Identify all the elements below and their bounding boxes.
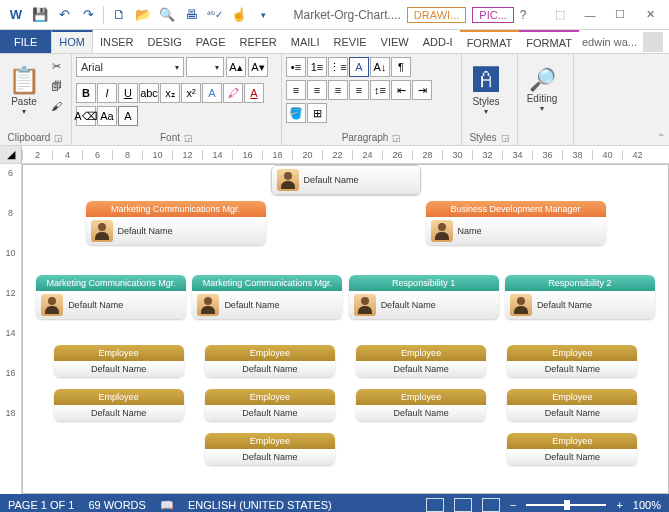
language-indicator[interactable]: ENGLISH (UNITED STATES) xyxy=(188,499,332,511)
sort-icon[interactable]: A↓ xyxy=(370,57,390,77)
format-painter-icon[interactable]: 🖌 xyxy=(47,97,65,115)
grow-font-icon[interactable]: A▴ xyxy=(226,57,246,77)
org-card-l3d[interactable]: Responsibility 2 Default Name xyxy=(505,275,655,319)
justify-icon[interactable]: ≡ xyxy=(349,80,369,100)
tab-design[interactable]: DESIG xyxy=(141,30,189,53)
org-card-emp[interactable]: EmployeeDefault Name xyxy=(54,389,184,421)
char-border-icon[interactable]: A xyxy=(118,106,138,126)
spell-check-icon[interactable]: 📖 xyxy=(160,499,174,512)
read-mode-icon[interactable] xyxy=(426,498,444,512)
decrease-indent-icon[interactable]: ⇤ xyxy=(391,80,411,100)
undo-icon[interactable]: ↶ xyxy=(52,3,76,27)
clear-format-icon[interactable]: A⌫ xyxy=(76,106,96,126)
page-indicator[interactable]: PAGE 1 OF 1 xyxy=(8,499,74,511)
cut-icon[interactable]: ✂ xyxy=(47,57,65,75)
paste-button[interactable]: 📋 Paste ▾ xyxy=(4,57,44,123)
tab-home[interactable]: HOM xyxy=(51,30,93,53)
change-case-icon[interactable]: Aa xyxy=(97,106,117,126)
user-avatar-icon[interactable] xyxy=(643,32,663,52)
increase-indent-icon[interactable]: ⇥ xyxy=(412,80,432,100)
save-icon[interactable]: 💾 xyxy=(28,3,52,27)
zoom-out-icon[interactable]: − xyxy=(510,499,516,511)
full-screen-icon[interactable]: ⬚ xyxy=(545,3,575,27)
minimize-icon[interactable]: — xyxy=(575,3,605,27)
org-card-l2b[interactable]: Business Development Manager Name xyxy=(426,201,606,245)
org-card-emp[interactable]: EmployeeDefault Name xyxy=(507,433,637,465)
font-color-icon[interactable]: A xyxy=(244,83,264,103)
org-card-top[interactable]: Default Name xyxy=(271,165,421,195)
multilevel-icon[interactable]: ⋮≡ xyxy=(328,57,348,77)
tab-addins[interactable]: ADD-I xyxy=(416,30,460,53)
tab-mailings[interactable]: MAILI xyxy=(284,30,327,53)
align-left-icon[interactable]: ≡ xyxy=(286,80,306,100)
org-card-emp[interactable]: EmployeeDefault Name xyxy=(205,433,335,465)
vertical-ruler[interactable]: 681012141618 xyxy=(0,164,22,494)
tab-insert[interactable]: INSER xyxy=(93,30,141,53)
org-card-emp[interactable]: EmployeeDefault Name xyxy=(356,345,486,377)
tab-picture-format[interactable]: FORMAT xyxy=(519,30,579,53)
org-card-l3a[interactable]: Marketing Communications Mgr. Default Na… xyxy=(36,275,186,319)
superscript-button[interactable]: x² xyxy=(181,83,201,103)
font-name-combo[interactable]: Arial▾ xyxy=(76,57,184,77)
line-spacing-icon[interactable]: ↕≡ xyxy=(370,80,390,100)
styles-launcher-icon[interactable]: ◲ xyxy=(501,133,510,143)
highlight-icon[interactable]: 🖍 xyxy=(223,83,243,103)
document-canvas[interactable]: Default Name Marketing Communications Mg… xyxy=(22,164,669,494)
print-layout-icon[interactable] xyxy=(454,498,472,512)
qat-open-icon[interactable]: 📂 xyxy=(131,3,155,27)
qat-preview-icon[interactable]: 🔍 xyxy=(155,3,179,27)
align-right-icon[interactable]: ≡ xyxy=(328,80,348,100)
qat-spell-icon[interactable]: ᵃᵇ✓ xyxy=(203,3,227,27)
org-card-emp[interactable]: EmployeeDefault Name xyxy=(54,345,184,377)
shading-icon[interactable]: 🪣 xyxy=(286,103,306,123)
org-card-emp[interactable]: EmployeeDefault Name xyxy=(205,389,335,421)
org-card-l3b[interactable]: Marketing Communications Mgr. Default Na… xyxy=(192,275,342,319)
align-center-icon[interactable]: ≡ xyxy=(307,80,327,100)
paragraph-launcher-icon[interactable]: ◲ xyxy=(392,133,401,143)
bold-button[interactable]: B xyxy=(76,83,96,103)
org-card-emp[interactable]: EmployeeDefault Name xyxy=(205,345,335,377)
tab-view[interactable]: VIEW xyxy=(374,30,416,53)
tab-drawing-format[interactable]: FORMAT xyxy=(460,30,520,53)
org-card-emp[interactable]: EmployeeDefault Name xyxy=(356,389,486,421)
zoom-slider[interactable] xyxy=(526,504,606,506)
styles-button[interactable]: 🅰 Styles ▾ xyxy=(466,57,506,123)
shrink-font-icon[interactable]: A▾ xyxy=(248,57,268,77)
tab-page-layout[interactable]: PAGE xyxy=(189,30,233,53)
close-icon[interactable]: ✕ xyxy=(635,3,665,27)
word-count[interactable]: 69 WORDS xyxy=(88,499,145,511)
web-layout-icon[interactable] xyxy=(482,498,500,512)
qat-print-icon[interactable]: 🖶 xyxy=(179,3,203,27)
editing-button[interactable]: 🔎 Editing ▾ xyxy=(522,57,562,123)
borders-icon[interactable]: ⊞ xyxy=(307,103,327,123)
underline-button[interactable]: U xyxy=(118,83,138,103)
subscript-button[interactable]: x₂ xyxy=(160,83,180,103)
qat-new-icon[interactable]: 🗋 xyxy=(107,3,131,27)
redo-icon[interactable]: ↷ xyxy=(76,3,100,27)
qat-touch-icon[interactable]: ☝ xyxy=(227,3,251,27)
font-size-combo[interactable]: ▾ xyxy=(186,57,224,77)
qat-more-icon[interactable]: ▾ xyxy=(251,3,275,27)
clipboard-launcher-icon[interactable]: ◲ xyxy=(54,133,63,143)
maximize-icon[interactable]: ☐ xyxy=(605,3,635,27)
font-launcher-icon[interactable]: ◲ xyxy=(184,133,193,143)
tab-file[interactable]: FILE xyxy=(0,30,51,53)
org-card-l2a[interactable]: Marketing Communications Mgr. Default Na… xyxy=(86,201,266,245)
zoom-level[interactable]: 100% xyxy=(633,499,661,511)
strikethrough-button[interactable]: abc xyxy=(139,83,159,103)
textbox-icon[interactable]: A xyxy=(349,57,369,77)
tab-references[interactable]: REFER xyxy=(233,30,284,53)
bullets-icon[interactable]: •≡ xyxy=(286,57,306,77)
collapse-ribbon-icon[interactable]: ⌃ xyxy=(657,132,665,143)
show-marks-icon[interactable]: ¶ xyxy=(391,57,411,77)
italic-button[interactable]: I xyxy=(97,83,117,103)
text-effects-icon[interactable]: A xyxy=(202,83,222,103)
tab-review[interactable]: REVIE xyxy=(327,30,374,53)
help-icon[interactable]: ? xyxy=(520,8,527,22)
user-area[interactable]: edwin wa... xyxy=(582,30,669,53)
horizontal-ruler[interactable]: ◢ 24681012141618202224262830323436384042 xyxy=(0,146,669,164)
numbering-icon[interactable]: 1≡ xyxy=(307,57,327,77)
org-card-emp[interactable]: EmployeeDefault Name xyxy=(507,389,637,421)
copy-icon[interactable]: 🗐 xyxy=(47,77,65,95)
org-card-l3c[interactable]: Responsibility 1 Default Name xyxy=(349,275,499,319)
